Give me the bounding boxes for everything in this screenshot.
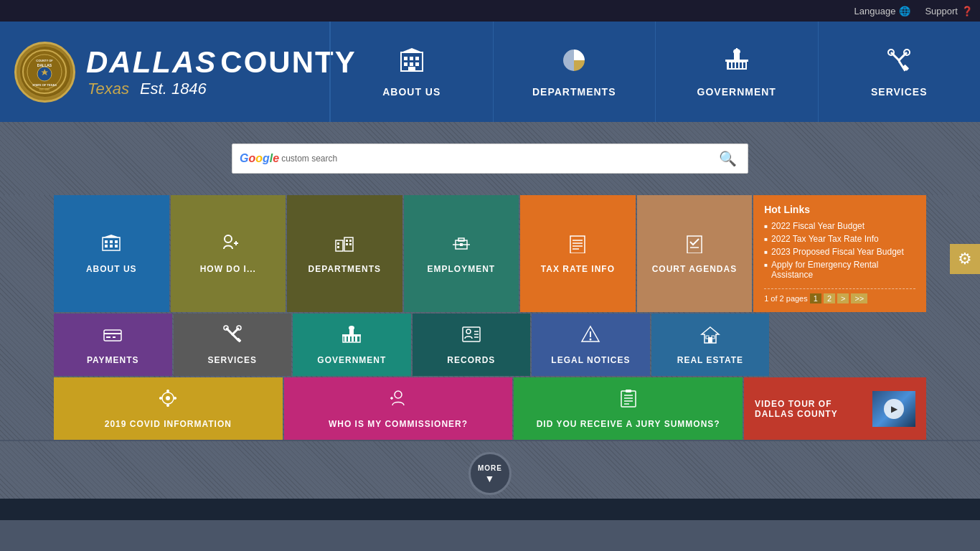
services-icon [222,324,242,349]
hotlinks-pagination: 1 of 2 pages 1 2 > >> [764,288,915,303]
nav-government-label: GOVERNMENT [697,86,776,98]
search-input[interactable] [341,151,715,166]
real-estate-icon [700,324,720,349]
last-button[interactable]: >> [851,293,867,303]
svg-rect-44 [336,240,343,251]
svg-marker-16 [401,48,423,52]
county-seal: COUNTY OF DALLAS STATE OF TEXAS EST. 184… [14,42,75,103]
tile-records-label: RECORDS [447,355,495,365]
tools-icon [885,47,913,80]
svg-text:EST. 1846: EST. 1846 [39,88,50,91]
video-thumbnail: ▶ [872,391,915,427]
legal-notices-icon [580,324,600,349]
tile-departments-label: DEPARTMENTS [308,264,381,274]
tile-how-do-i-label: HOW DO I... [200,264,256,274]
tile-legal-notices-label: LEGAL NOTICES [551,355,630,365]
search-button[interactable]: 🔍 [715,149,740,169]
svg-rect-49 [349,240,352,242]
tile-how-do-i[interactable]: HOW DO I... [171,195,286,312]
hotlink-item-0[interactable]: 2022 Fiscal Year Budget [771,221,864,231]
svg-line-29 [898,52,907,61]
svg-rect-55 [460,243,463,246]
about-us-icon [101,233,121,258]
hotlink-item-3[interactable]: Apply for Emergency Rental Assistance [771,260,915,280]
tile-tax-rate-label: TAX RATE INFO [541,264,615,274]
svg-rect-66 [113,336,116,338]
tile-departments[interactable]: DEPARTMENTS [287,195,402,312]
grid-row-3: 2019 COVID INFORMATION WHO IS MY COMMISS… [54,377,926,440]
search-wrapper: G o o g l e custom search 🔍 [232,143,748,174]
svg-rect-34 [105,240,108,243]
how-do-i-icon [218,233,238,258]
language-button[interactable]: Language 🌐 [854,6,911,17]
hotlink-item-1[interactable]: 2022 Tax Year Tax Rate Info [771,234,879,244]
svg-rect-46 [337,242,339,245]
svg-rect-45 [344,237,353,251]
tile-about-us-label: ABOUT US [86,264,137,274]
tile-jury[interactable]: DID YOU RECEIVE A JURY SUMMONS? [514,377,743,440]
nav-services[interactable]: SERVICES [818,22,981,122]
hotlink-item-2[interactable]: 2023 Proposed Fiscal Year Budget [771,247,904,257]
tile-government-label: GOVERNMENT [317,355,386,365]
video-label: VIDEO TOUR OF DALLAS COUNTY [755,399,865,419]
jury-icon [618,388,639,413]
tile-legal-notices[interactable]: LEGAL NOTICES [532,314,650,376]
svg-rect-18 [729,62,731,68]
svg-rect-75 [348,336,350,342]
tile-commissioner[interactable]: WHO IS MY COMMISSIONER? [284,377,513,440]
svg-rect-12 [404,62,407,66]
google-logo: G o o g l e custom search [240,152,337,165]
svg-rect-26 [736,48,738,52]
settings-gear[interactable]: ⚙ [950,244,980,274]
est-text: Est. 1846 [140,80,207,98]
svg-rect-65 [106,336,110,338]
tile-records[interactable]: RECORDS [413,314,531,376]
nav-about-us[interactable]: ABOUT US [330,22,493,122]
pie-icon [560,47,588,80]
svg-rect-19 [732,62,735,68]
tile-covid[interactable]: 2019 COVID INFORMATION [54,377,283,440]
page-2-button[interactable]: 2 [824,293,835,303]
capitol-icon [723,47,750,80]
logo-section[interactable]: COUNTY OF DALLAS STATE OF TEXAS EST. 184… [0,22,330,122]
svg-rect-61 [687,236,702,253]
pagination-text: 1 of 2 pages [764,294,808,303]
more-button[interactable]: MORE ▼ [468,452,512,495]
tile-tax-rate[interactable]: TAX RATE INFO [520,195,636,312]
tile-real-estate[interactable]: REAL ESTATE [651,314,770,376]
nav-government[interactable]: GOVERNMENT [655,22,818,122]
tile-employment[interactable]: EMPLOYMENT [404,195,519,312]
support-label: Support [925,6,958,17]
tile-commissioner-label: WHO IS MY COMMISSIONER? [329,419,468,429]
svg-point-95 [166,396,170,400]
tile-court-agendas[interactable]: COURT AGENDAS [637,195,753,312]
svg-rect-51 [349,243,352,245]
page-1-button[interactable]: 1 [810,293,821,303]
svg-rect-76 [352,336,354,342]
svg-rect-23 [725,60,748,62]
next-button[interactable]: > [837,293,849,303]
svg-rect-112 [626,390,631,392]
support-button[interactable]: Support ❓ [925,6,973,17]
svg-rect-77 [355,336,357,342]
covid-icon [158,388,178,413]
video-play-button[interactable]: ▶ [884,399,904,419]
tile-services[interactable]: SERVICES [174,314,292,376]
svg-rect-48 [346,240,348,242]
nav-departments[interactable]: DEPARTMENTS [493,22,656,122]
tile-employment-label: EMPLOYMENT [428,264,496,274]
more-section: MORE ▼ [0,441,980,499]
svg-rect-21 [740,62,742,68]
svg-rect-36 [115,240,118,243]
search-area: G o o g l e custom search 🔍 [0,122,980,195]
svg-rect-56 [570,236,585,253]
records-icon [461,324,481,349]
svg-rect-78 [342,334,361,336]
tile-video-tour[interactable]: VIDEO TOUR OF DALLAS COUNTY ▶ [744,377,926,440]
tile-payments[interactable]: PAYMENTS [54,314,172,376]
departments-tile-icon [334,233,354,258]
tile-government[interactable]: GOVERNMENT [293,314,411,376]
government-icon [341,324,362,349]
tile-about-us[interactable]: ABOUT US [54,195,169,312]
question-icon: ❓ [961,6,973,17]
